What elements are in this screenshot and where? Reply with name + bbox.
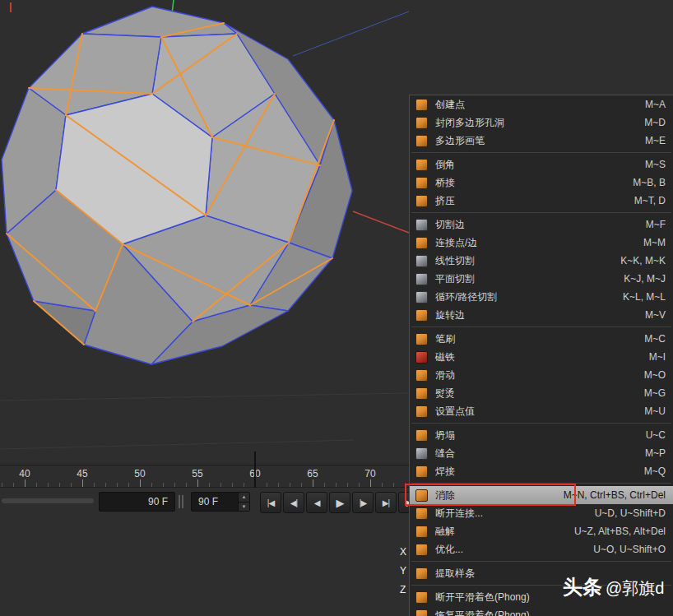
x-axis-line bbox=[353, 211, 409, 233]
menu-item-magnet[interactable]: 磁铁 M~I bbox=[410, 348, 673, 366]
menu-item-polygon-pen[interactable]: 多边形画笔 M~E bbox=[410, 132, 673, 150]
extrude-icon bbox=[415, 195, 428, 207]
menu-item-shortcut: K~K, M~K bbox=[620, 255, 666, 266]
menu-item-line-cut[interactable]: 线性切割 K~K, M~K bbox=[410, 252, 673, 270]
ruler-tick-label: 70 bbox=[359, 468, 382, 479]
menu-item-cut-edge[interactable]: 切割边 M~F bbox=[410, 215, 673, 234]
menu-item-shortcut: M~I bbox=[649, 351, 666, 363]
menu-item-weld[interactable]: 焊接 M~Q bbox=[410, 462, 673, 480]
menu-item-iron[interactable]: 熨烫 M~G bbox=[410, 384, 673, 402]
menu-item-shortcut: M~Q bbox=[644, 465, 666, 477]
current-frame-field[interactable]: 90 F bbox=[99, 492, 175, 512]
previous-key-button[interactable]: ◀| bbox=[283, 492, 304, 513]
menu-item-shortcut: M~T, D bbox=[634, 195, 666, 206]
ruler-major-tick bbox=[370, 479, 371, 487]
z-axis-line bbox=[293, 12, 409, 56]
coord-x-label: X bbox=[400, 546, 406, 558]
menu-item-shortcut: M~C bbox=[644, 333, 666, 345]
menu-item-label: 倒角 bbox=[435, 158, 455, 172]
viewport-canvas[interactable] bbox=[0, 0, 461, 465]
goto-end-button[interactable]: ▶ bbox=[398, 492, 409, 513]
menu-item-restore-phong-shading[interactable]: 恢复平滑着色(Phong) bbox=[410, 606, 673, 616]
menu-item-create-point[interactable]: 创建点 M~A bbox=[410, 95, 673, 113]
menu-item-label: 设置点值 bbox=[435, 405, 475, 419]
menu-item-shortcut: U~Z, Alt+BS, Alt+Del bbox=[574, 526, 666, 537]
menu-item-plane-cut[interactable]: 平面切割 K~J, M~J bbox=[410, 270, 673, 288]
timeline-playhead[interactable] bbox=[254, 452, 256, 488]
end-frame-field[interactable]: 90 F ▲ ▼ bbox=[191, 492, 250, 512]
menu-separator bbox=[410, 150, 673, 155]
menu-item-shortcut: M~U bbox=[644, 405, 666, 417]
menu-item-shortcut: M~N, Ctrl+BS, Ctrl+Del bbox=[564, 489, 666, 501]
ruler-major-tick bbox=[313, 479, 313, 487]
coord-z-label: Z bbox=[400, 584, 406, 595]
timeline-controls: 90 F 90 F ▲ ▼ |◀ ◀| ◀ ▶ |▶ ▶| ▶ bbox=[0, 488, 409, 518]
menu-item-shortcut: M~M bbox=[643, 237, 666, 248]
next-frame-button[interactable]: |▶ bbox=[352, 492, 374, 513]
play-button[interactable]: ▶ bbox=[329, 492, 350, 513]
spinner-up-icon[interactable]: ▲ bbox=[239, 493, 249, 503]
menu-separator bbox=[410, 210, 673, 215]
stitch-icon bbox=[415, 447, 428, 460]
menu-item-melt[interactable]: 融解 U~Z, Alt+BS, Alt+Del bbox=[410, 522, 673, 540]
menu-item-label: 封闭多边形孔洞 bbox=[435, 116, 504, 130]
polygon-pen-icon bbox=[415, 135, 428, 147]
menu-separator bbox=[410, 324, 673, 330]
menu-item-shortcut: M~D bbox=[644, 117, 666, 128]
menu-item-label: 坍塌 bbox=[435, 428, 455, 442]
menu-item-shortcut: M~B, B bbox=[633, 177, 666, 188]
spinner-down-icon[interactable]: ▼ bbox=[239, 503, 249, 512]
menu-item-label: 融解 bbox=[435, 525, 455, 539]
ruler-major-tick bbox=[140, 479, 141, 487]
ruler-tick-label: 45 bbox=[71, 468, 94, 479]
menu-item-eliminate[interactable]: 消除 M~N, Ctrl+BS, Ctrl+Del bbox=[410, 486, 673, 504]
menu-item-close-polygon-hole[interactable]: 封闭多边形孔洞 M~D bbox=[410, 113, 673, 132]
plane-cut-icon bbox=[415, 273, 428, 285]
timeline-scrollbar[interactable] bbox=[2, 498, 94, 503]
ruler-major-tick bbox=[25, 479, 26, 487]
menu-item-collapse[interactable]: 坍塌 U~C bbox=[410, 426, 673, 444]
menu-item-set-point-value[interactable]: 设置点值 M~U bbox=[410, 402, 673, 420]
menu-item-shortcut: M~F bbox=[646, 219, 666, 230]
menu-item-bevel[interactable]: 倒角 M~S bbox=[410, 155, 673, 174]
menu-item-optimize[interactable]: 优化... U~O, U~Shift+O bbox=[410, 540, 673, 558]
menu-item-connect-points-edges[interactable]: 连接点/边 M~M bbox=[410, 234, 673, 252]
menu-item-label: 断开平滑着色(Phong) bbox=[435, 591, 530, 604]
menu-item-label: 滑动 bbox=[435, 368, 455, 382]
menu-item-label: 优化... bbox=[435, 543, 463, 557]
menu-item-rotate-edge[interactable]: 旋转边 M~V bbox=[410, 306, 673, 324]
menu-item-disconnect[interactable]: 断开连接... U~D, U~Shift+D bbox=[410, 504, 673, 522]
menu-item-shortcut: M~S bbox=[645, 159, 666, 170]
menu-item-stitch[interactable]: 缝合 M~P bbox=[410, 444, 673, 462]
create-point-icon bbox=[415, 99, 428, 111]
menu-item-label: 挤压 bbox=[435, 194, 455, 208]
menu-item-label: 熨烫 bbox=[435, 387, 455, 401]
coord-y-label: Y bbox=[400, 565, 406, 577]
next-key-button[interactable]: ▶| bbox=[375, 492, 397, 513]
menu-item-shortcut: U~D, U~Shift+D bbox=[595, 507, 666, 519]
menu-item-brush[interactable]: 笔刷 M~C bbox=[410, 330, 673, 348]
goto-start-button[interactable]: |◀ bbox=[260, 492, 281, 513]
close-polygon-hole-icon bbox=[415, 117, 428, 129]
connect-points-edges-icon bbox=[415, 237, 428, 249]
set-point-value-icon bbox=[415, 405, 428, 418]
menu-item-shortcut: M~V bbox=[645, 309, 666, 321]
menu-item-label: 连接点/边 bbox=[435, 236, 477, 250]
menu-item-bridge[interactable]: 桥接 M~B, B bbox=[410, 174, 673, 192]
menu-item-label: 线性切割 bbox=[435, 254, 475, 268]
disconnect-icon bbox=[415, 507, 428, 520]
previous-frame-button[interactable]: ◀ bbox=[306, 492, 327, 513]
menu-item-extrude[interactable]: 挤压 M~T, D bbox=[410, 192, 673, 210]
menu-item-slide[interactable]: 滑动 M~O bbox=[410, 366, 673, 384]
collapse-icon bbox=[415, 429, 428, 442]
loop-path-cut-icon bbox=[415, 291, 428, 303]
menu-item-loop-path-cut[interactable]: 循环/路径切割 K~L, M~L bbox=[410, 288, 673, 306]
frame-spinner: ▲ ▼ bbox=[238, 493, 249, 511]
timeline-grip[interactable] bbox=[179, 495, 183, 508]
menu-item-shortcut: K~J, M~J bbox=[624, 273, 666, 285]
menu-item-label: 切割边 bbox=[435, 218, 465, 232]
menu-separator bbox=[410, 480, 673, 486]
polyhedron-wireframe bbox=[0, 0, 461, 465]
restore-phong-shading-icon bbox=[415, 609, 428, 616]
menu-item-label: 缝合 bbox=[435, 447, 455, 461]
